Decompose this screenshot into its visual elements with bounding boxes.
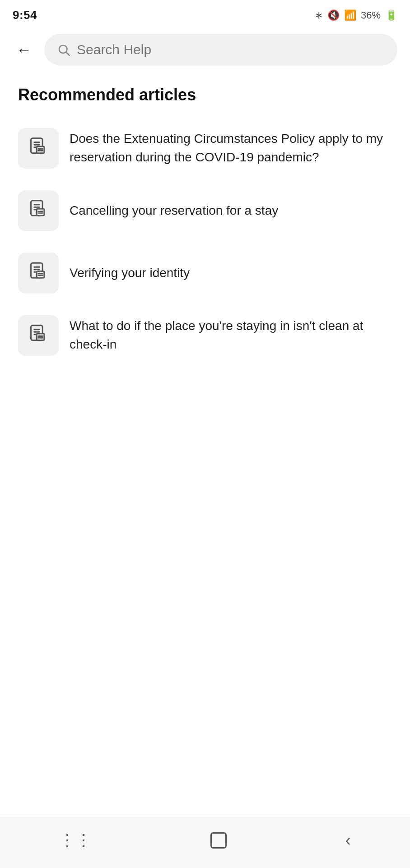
mute-icon: 🔇 — [327, 9, 340, 21]
nav-back-icon: ‹ — [345, 831, 351, 850]
article-icon-box-1 — [18, 128, 59, 169]
status-icons: ∗ 🔇 📶 36% 🔋 — [315, 9, 397, 21]
wifi-icon: 📶 — [344, 9, 356, 21]
document-icon-1 — [28, 137, 48, 160]
article-icon-box-4 — [18, 315, 59, 356]
main-content: Recommended articles Does the Extenuati — [0, 75, 410, 817]
bluetooth-icon: ∗ — [315, 9, 323, 21]
nav-bar: ⋮⋮ ‹ — [0, 817, 410, 868]
article-text-1: Does the Extenuating Circumstances Polic… — [70, 130, 392, 166]
nav-menu-button[interactable]: ⋮⋮ — [46, 826, 105, 854]
battery-level: 36% — [361, 9, 381, 21]
article-text-2: Cancelling your reservation for a stay — [70, 202, 392, 220]
search-bar[interactable] — [44, 34, 397, 66]
article-icon-box-2 — [18, 190, 59, 231]
status-bar: 9:54 ∗ 🔇 📶 36% 🔋 — [0, 0, 410, 27]
article-text-3: Verifying your identity — [70, 264, 392, 283]
battery-icon: 🔋 — [385, 9, 397, 21]
nav-home-icon — [210, 832, 227, 849]
back-button[interactable]: ← — [13, 38, 35, 61]
svg-rect-13 — [37, 209, 44, 216]
svg-rect-27 — [37, 334, 44, 340]
back-arrow-icon: ← — [16, 42, 32, 57]
nav-home-button[interactable] — [197, 828, 240, 853]
article-item-4[interactable]: What to do if the place you're staying i… — [18, 306, 392, 365]
document-icon-2 — [28, 199, 48, 223]
article-list: Does the Extenuating Circumstances Polic… — [18, 119, 392, 365]
section-title: Recommended articles — [18, 85, 392, 104]
search-input[interactable] — [77, 42, 385, 57]
article-item-1[interactable]: Does the Extenuating Circumstances Polic… — [18, 119, 392, 178]
svg-rect-6 — [37, 146, 44, 153]
article-text-4: What to do if the place you're staying i… — [70, 317, 392, 354]
status-time: 9:54 — [13, 8, 37, 22]
article-item-2[interactable]: Cancelling your reservation for a stay — [18, 181, 392, 240]
article-item-3[interactable]: Verifying your identity — [18, 244, 392, 302]
svg-rect-20 — [37, 271, 44, 278]
document-icon-3 — [28, 261, 48, 285]
svg-line-1 — [66, 52, 70, 56]
header: ← — [0, 27, 410, 75]
document-icon-4 — [28, 324, 48, 348]
nav-back-button[interactable]: ‹ — [332, 826, 364, 854]
nav-menu-icon: ⋮⋮ — [59, 831, 92, 850]
article-icon-box-3 — [18, 253, 59, 293]
search-icon — [57, 43, 70, 57]
